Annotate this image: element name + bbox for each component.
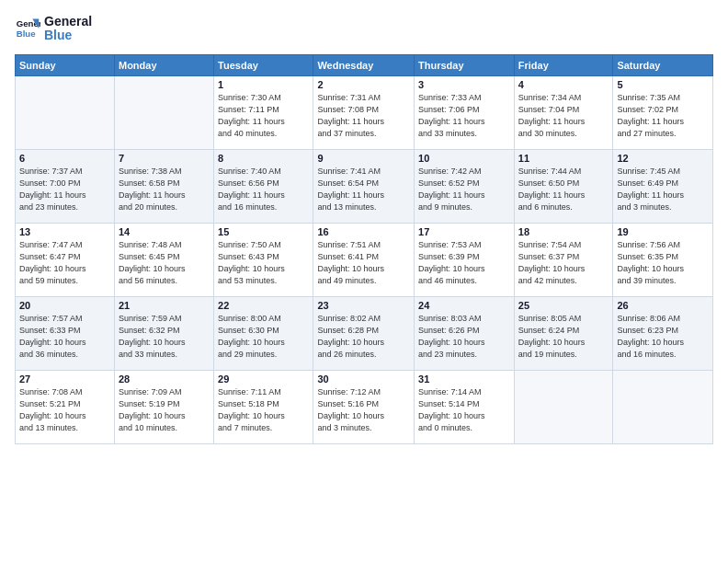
calendar-cell: 14Sunrise: 7:48 AMSunset: 6:45 PMDayligh… bbox=[114, 223, 213, 296]
day-number: 28 bbox=[119, 373, 210, 385]
calendar-cell bbox=[613, 370, 713, 443]
day-info: Sunrise: 8:05 AMSunset: 6:24 PMDaylight:… bbox=[518, 313, 609, 361]
weekday-header-sunday: Sunday bbox=[16, 54, 115, 75]
calendar-cell: 4Sunrise: 7:34 AMSunset: 7:04 PMDaylight… bbox=[514, 75, 613, 149]
day-number: 9 bbox=[317, 153, 410, 164]
calendar-cell: 18Sunrise: 7:54 AMSunset: 6:37 PMDayligh… bbox=[514, 223, 613, 296]
calendar-cell: 31Sunrise: 7:14 AMSunset: 5:14 PMDayligh… bbox=[415, 370, 515, 443]
calendar-cell: 22Sunrise: 8:00 AMSunset: 6:30 PMDayligh… bbox=[214, 296, 313, 370]
calendar-cell: 23Sunrise: 8:02 AMSunset: 6:28 PMDayligh… bbox=[313, 296, 415, 370]
calendar-cell: 9Sunrise: 7:41 AMSunset: 6:54 PMDaylight… bbox=[313, 149, 415, 223]
day-number: 22 bbox=[218, 300, 309, 311]
day-number: 8 bbox=[218, 153, 309, 164]
week-row-3: 13Sunrise: 7:47 AMSunset: 6:47 PMDayligh… bbox=[16, 223, 713, 296]
day-info: Sunrise: 7:57 AMSunset: 6:33 PMDaylight:… bbox=[19, 313, 110, 361]
day-number: 27 bbox=[19, 373, 110, 385]
week-row-4: 20Sunrise: 7:57 AMSunset: 6:33 PMDayligh… bbox=[16, 296, 713, 370]
week-row-1: 1Sunrise: 7:30 AMSunset: 7:11 PMDaylight… bbox=[16, 75, 713, 149]
day-number: 23 bbox=[317, 300, 410, 311]
day-info: Sunrise: 7:33 AMSunset: 7:06 PMDaylight:… bbox=[418, 92, 510, 140]
day-info: Sunrise: 7:30 AMSunset: 7:11 PMDaylight:… bbox=[218, 92, 309, 140]
day-number: 26 bbox=[617, 300, 709, 311]
day-info: Sunrise: 7:37 AMSunset: 7:00 PMDaylight:… bbox=[19, 166, 110, 213]
weekday-header-friday: Friday bbox=[514, 54, 613, 75]
calendar-cell: 16Sunrise: 7:51 AMSunset: 6:41 PMDayligh… bbox=[313, 223, 415, 296]
day-number: 19 bbox=[617, 226, 709, 237]
day-info: Sunrise: 7:35 AMSunset: 7:02 PMDaylight:… bbox=[617, 92, 709, 140]
day-info: Sunrise: 7:14 AMSunset: 5:14 PMDaylight:… bbox=[418, 386, 510, 434]
day-info: Sunrise: 8:02 AMSunset: 6:28 PMDaylight:… bbox=[317, 313, 410, 361]
day-info: Sunrise: 8:03 AMSunset: 6:26 PMDaylight:… bbox=[418, 313, 510, 361]
page-header: General Blue General Blue bbox=[15, 15, 713, 43]
day-number: 10 bbox=[418, 153, 510, 164]
weekday-header-tuesday: Tuesday bbox=[214, 54, 313, 75]
day-info: Sunrise: 7:47 AMSunset: 6:47 PMDaylight:… bbox=[19, 239, 110, 287]
day-number: 21 bbox=[119, 300, 210, 311]
day-info: Sunrise: 7:12 AMSunset: 5:16 PMDaylight:… bbox=[317, 386, 410, 434]
calendar-cell: 19Sunrise: 7:56 AMSunset: 6:35 PMDayligh… bbox=[613, 223, 713, 296]
day-info: Sunrise: 7:41 AMSunset: 6:54 PMDaylight:… bbox=[317, 166, 410, 213]
logo-general: General bbox=[44, 15, 92, 29]
calendar-cell: 11Sunrise: 7:44 AMSunset: 6:50 PMDayligh… bbox=[514, 149, 613, 223]
day-number: 25 bbox=[518, 300, 609, 311]
day-info: Sunrise: 7:56 AMSunset: 6:35 PMDaylight:… bbox=[617, 239, 709, 287]
day-info: Sunrise: 7:48 AMSunset: 6:45 PMDaylight:… bbox=[119, 239, 210, 287]
day-number: 7 bbox=[119, 153, 210, 164]
svg-text:Blue: Blue bbox=[17, 29, 36, 39]
calendar-cell: 6Sunrise: 7:37 AMSunset: 7:00 PMDaylight… bbox=[16, 149, 115, 223]
day-number: 16 bbox=[317, 226, 410, 237]
calendar-cell: 25Sunrise: 8:05 AMSunset: 6:24 PMDayligh… bbox=[514, 296, 613, 370]
calendar-cell: 15Sunrise: 7:50 AMSunset: 6:43 PMDayligh… bbox=[214, 223, 313, 296]
weekday-header-saturday: Saturday bbox=[613, 54, 713, 75]
calendar-cell bbox=[16, 75, 115, 149]
day-info: Sunrise: 7:54 AMSunset: 6:37 PMDaylight:… bbox=[518, 239, 609, 287]
day-number: 11 bbox=[518, 153, 609, 164]
day-number: 29 bbox=[218, 373, 309, 385]
weekday-header-wednesday: Wednesday bbox=[313, 54, 415, 75]
day-info: Sunrise: 7:09 AMSunset: 5:19 PMDaylight:… bbox=[119, 386, 210, 434]
weekday-header-monday: Monday bbox=[114, 54, 213, 75]
day-info: Sunrise: 7:31 AMSunset: 7:08 PMDaylight:… bbox=[317, 92, 410, 140]
calendar-cell: 29Sunrise: 7:11 AMSunset: 5:18 PMDayligh… bbox=[214, 370, 313, 443]
day-number: 14 bbox=[119, 226, 210, 237]
calendar-cell: 20Sunrise: 7:57 AMSunset: 6:33 PMDayligh… bbox=[16, 296, 115, 370]
calendar-cell: 17Sunrise: 7:53 AMSunset: 6:39 PMDayligh… bbox=[415, 223, 515, 296]
calendar-cell: 2Sunrise: 7:31 AMSunset: 7:08 PMDaylight… bbox=[313, 75, 415, 149]
calendar-cell: 27Sunrise: 7:08 AMSunset: 5:21 PMDayligh… bbox=[16, 370, 115, 443]
week-row-2: 6Sunrise: 7:37 AMSunset: 7:00 PMDaylight… bbox=[16, 149, 713, 223]
day-number: 24 bbox=[418, 300, 510, 311]
calendar-cell: 26Sunrise: 8:06 AMSunset: 6:23 PMDayligh… bbox=[613, 296, 713, 370]
day-info: Sunrise: 8:06 AMSunset: 6:23 PMDaylight:… bbox=[617, 313, 709, 361]
calendar-cell: 1Sunrise: 7:30 AMSunset: 7:11 PMDaylight… bbox=[214, 75, 313, 149]
calendar-cell: 12Sunrise: 7:45 AMSunset: 6:49 PMDayligh… bbox=[613, 149, 713, 223]
calendar-table: SundayMondayTuesdayWednesdayThursdayFrid… bbox=[15, 54, 713, 444]
calendar-cell: 8Sunrise: 7:40 AMSunset: 6:56 PMDaylight… bbox=[214, 149, 313, 223]
calendar-cell: 30Sunrise: 7:12 AMSunset: 5:16 PMDayligh… bbox=[313, 370, 415, 443]
weekday-header-thursday: Thursday bbox=[415, 54, 515, 75]
calendar-cell bbox=[114, 75, 213, 149]
calendar-cell: 3Sunrise: 7:33 AMSunset: 7:06 PMDaylight… bbox=[415, 75, 515, 149]
day-number: 13 bbox=[19, 226, 110, 237]
calendar-cell: 7Sunrise: 7:38 AMSunset: 6:58 PMDaylight… bbox=[114, 149, 213, 223]
calendar-cell bbox=[514, 370, 613, 443]
day-number: 3 bbox=[418, 79, 510, 90]
day-number: 17 bbox=[418, 226, 510, 237]
day-number: 18 bbox=[518, 226, 609, 237]
calendar-cell: 24Sunrise: 8:03 AMSunset: 6:26 PMDayligh… bbox=[415, 296, 515, 370]
day-number: 4 bbox=[518, 79, 609, 90]
day-info: Sunrise: 7:38 AMSunset: 6:58 PMDaylight:… bbox=[119, 166, 210, 213]
calendar-cell: 10Sunrise: 7:42 AMSunset: 6:52 PMDayligh… bbox=[415, 149, 515, 223]
day-number: 2 bbox=[317, 79, 410, 90]
calendar-cell: 5Sunrise: 7:35 AMSunset: 7:02 PMDaylight… bbox=[613, 75, 713, 149]
day-number: 31 bbox=[418, 373, 510, 385]
logo-blue: Blue bbox=[44, 29, 92, 42]
day-info: Sunrise: 7:42 AMSunset: 6:52 PMDaylight:… bbox=[418, 166, 510, 213]
weekday-header-row: SundayMondayTuesdayWednesdayThursdayFrid… bbox=[16, 54, 713, 75]
logo: General Blue General Blue bbox=[15, 15, 92, 43]
day-info: Sunrise: 7:08 AMSunset: 5:21 PMDaylight:… bbox=[19, 386, 110, 434]
day-number: 15 bbox=[218, 226, 309, 237]
day-info: Sunrise: 7:51 AMSunset: 6:41 PMDaylight:… bbox=[317, 239, 410, 287]
day-info: Sunrise: 7:44 AMSunset: 6:50 PMDaylight:… bbox=[518, 166, 609, 213]
logo-icon: General Blue bbox=[15, 16, 40, 41]
day-info: Sunrise: 7:50 AMSunset: 6:43 PMDaylight:… bbox=[218, 239, 309, 287]
